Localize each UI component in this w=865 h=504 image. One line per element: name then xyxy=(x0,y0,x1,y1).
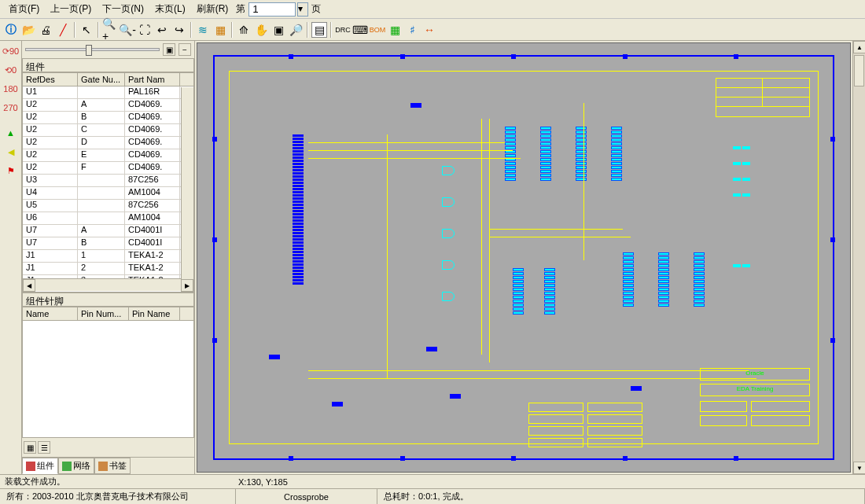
table-row[interactable]: U2DCD4069. xyxy=(23,137,193,149)
table-row[interactable]: U2FCD4069. xyxy=(23,162,193,175)
scroll-right-icon[interactable]: ▶ xyxy=(181,279,193,292)
tab-bookmarks[interactable]: 书签 xyxy=(94,458,131,474)
menu-next-page[interactable]: 下一页(N) xyxy=(98,1,149,17)
table-row[interactable]: U2ACD4069. xyxy=(23,99,193,112)
hand-icon[interactable]: ✋ xyxy=(253,22,269,38)
page-dropdown-button[interactable]: ▾ xyxy=(297,2,308,17)
status-coordinates: X:130, Y:185 xyxy=(238,477,288,487)
table-row[interactable]: U6AM1004 xyxy=(23,212,193,225)
layers-icon[interactable]: ≋ xyxy=(195,22,211,38)
snap-icon[interactable]: ♯ xyxy=(404,22,420,38)
menu-last-page[interactable]: 末页(L) xyxy=(150,1,190,17)
page-number-input[interactable] xyxy=(248,2,296,17)
zoom-slider-row: ▣ − xyxy=(22,41,194,58)
grid-icon[interactable]: ▦ xyxy=(387,22,403,38)
grid-view-icon[interactable]: ▦ xyxy=(24,441,36,454)
zoom-prev-icon[interactable]: ↩ xyxy=(154,22,170,38)
slider-expand-button[interactable]: ▣ xyxy=(163,43,175,56)
col-header-pinname[interactable]: Pin Name xyxy=(129,307,180,320)
status-load-message: 装载文件成功。 xyxy=(5,476,65,487)
components-grid-body[interactable]: U1PAL16RU2ACD4069.U2BCD4069.U2CCD4069.U2… xyxy=(23,86,193,278)
tab-components[interactable]: 组件 xyxy=(22,458,58,474)
pointer-icon[interactable]: ↖ xyxy=(79,22,94,38)
bom-icon[interactable]: BOM xyxy=(370,22,385,38)
zoom-out-icon[interactable]: 🔍- xyxy=(120,22,135,38)
rotate-0-icon[interactable]: ⟲0 xyxy=(2,61,20,79)
nets-tab-icon xyxy=(62,462,72,471)
table-row[interactable]: U1PAL16R xyxy=(23,86,193,99)
list-view-icon[interactable]: ☰ xyxy=(38,441,50,454)
table-row[interactable]: U2BCD4069. xyxy=(23,112,193,124)
menubar: 首页(F) 上一页(P) 下一页(N) 末页(L) 刷新(R) 第 ▾ 页 xyxy=(0,0,865,19)
zoom-slider[interactable] xyxy=(25,48,160,51)
footer-bar: 所有：2003-2010 北京奥普克电子技术有限公司 Crossprobe 总耗… xyxy=(0,488,865,504)
select-area-icon[interactable]: ▣ xyxy=(271,22,286,38)
canvas-vscroll[interactable]: ▲ ▼ xyxy=(852,41,865,474)
sidebar-tabs: 组件 网络 书签 xyxy=(22,457,194,474)
table-row[interactable]: U387C256 xyxy=(23,175,193,187)
zoom-in-icon[interactable]: 🔍+ xyxy=(102,22,118,38)
menu-first-page[interactable]: 首页(F) xyxy=(4,1,44,17)
zoom-fit-icon[interactable]: ⛶ xyxy=(137,22,153,38)
footer-copyright: 所有：2003-2010 北京奥普克电子技术有限公司 xyxy=(0,489,236,504)
components-grid: RefDes Gate Nu... Part Nam U1PAL16RU2ACD… xyxy=(22,72,194,292)
status-bar: 装载文件成功。 X:130, Y:185 xyxy=(0,474,865,488)
menu-refresh[interactable]: 刷新(R) xyxy=(192,1,234,17)
document-icon[interactable]: ▤ xyxy=(311,22,327,38)
titleblock-title: EDA Training xyxy=(700,384,810,396)
ruler-icon[interactable]: ▦ xyxy=(212,22,228,38)
flip-v-icon[interactable]: ◀ xyxy=(2,143,20,160)
table-row[interactable]: U7ACD4001I xyxy=(23,225,193,237)
pins-grid: Name Pin Num... Pin Name xyxy=(22,307,194,438)
rotate-90-icon[interactable]: ⟳90 xyxy=(2,42,20,60)
schematic-canvas[interactable]: Oracle EDA Training xyxy=(197,42,851,473)
measure-icon[interactable]: ↔ xyxy=(421,22,437,38)
flag-icon[interactable]: ⚑ xyxy=(2,162,20,179)
highlight-icon[interactable]: ╱ xyxy=(55,22,71,38)
footer-timing: 总耗时：0:0:1, 完成。 xyxy=(377,489,865,504)
slider-collapse-button[interactable]: − xyxy=(179,43,191,56)
info-icon[interactable]: ⓘ xyxy=(3,22,19,38)
components-hscroll[interactable]: ◀ ▶ xyxy=(23,278,193,291)
table-row[interactable]: U2ECD4069. xyxy=(23,149,193,162)
print-icon[interactable]: 🖨 xyxy=(38,22,53,38)
pins-grid-body[interactable] xyxy=(23,321,193,431)
col-header-partname[interactable]: Part Nam xyxy=(125,73,180,86)
col-header-pinnum[interactable]: Pin Num... xyxy=(78,307,129,320)
separator xyxy=(307,22,308,38)
col-header-refdes[interactable]: RefDes xyxy=(23,73,78,86)
table-row[interactable]: J11TEKA1-2 xyxy=(23,250,193,263)
text-icon[interactable]: ⌨ xyxy=(352,22,368,38)
col-header-name[interactable]: Name xyxy=(23,307,78,320)
rotate-270-icon[interactable]: 270 xyxy=(2,99,20,116)
table-row[interactable]: U587C256 xyxy=(23,200,193,212)
open-icon[interactable]: 📂 xyxy=(20,22,36,38)
sidebar: ▣ − 组件 RefDes Gate Nu... Part Nam U1PAL1… xyxy=(22,41,195,474)
table-row[interactable]: U2CCD4069. xyxy=(23,124,193,137)
tab-nets[interactable]: 网络 xyxy=(58,458,94,474)
separator xyxy=(330,22,332,38)
zoom-next-icon[interactable]: ↪ xyxy=(171,22,187,38)
panel-components-title: 组件 xyxy=(22,58,194,72)
table-row[interactable]: U7BCD4001I xyxy=(23,237,193,250)
flip-h-icon[interactable]: ▲ xyxy=(2,124,20,142)
bookmark-tab-icon xyxy=(98,462,108,471)
scroll-up-icon[interactable]: ▲ xyxy=(853,41,865,53)
toolbar: ⓘ 📂 🖨 ╱ ↖ 🔍+ 🔍- ⛶ ↩ ↪ ≋ ▦ ⟰ ✋ ▣ 🔎 ▤ DRC … xyxy=(0,19,865,41)
pushpin-icon[interactable]: ⟰ xyxy=(236,22,252,38)
page-label-suffix: 页 xyxy=(310,2,322,16)
rotate-180-icon[interactable]: 180 xyxy=(2,80,20,97)
scroll-down-icon[interactable]: ▼ xyxy=(853,462,865,474)
left-toolbar: ⟳90 ⟲0 180 270 ▲ ◀ ⚑ xyxy=(0,41,22,474)
col-header-gate[interactable]: Gate Nu... xyxy=(78,73,125,86)
separator xyxy=(74,22,75,38)
sidebar-tool-row: ▦ ☰ xyxy=(22,438,194,457)
components-vscroll[interactable] xyxy=(181,87,193,279)
zoom-window-icon[interactable]: 🔎 xyxy=(288,22,304,38)
table-row[interactable]: J13TEKA1-2 xyxy=(23,275,193,278)
table-row[interactable]: J12TEKA1-2 xyxy=(23,263,193,275)
menu-prev-page[interactable]: 上一页(P) xyxy=(46,1,96,17)
drc-icon[interactable]: DRC xyxy=(335,22,351,38)
table-row[interactable]: U4AM1004 xyxy=(23,187,193,200)
scroll-left-icon[interactable]: ◀ xyxy=(23,279,35,292)
